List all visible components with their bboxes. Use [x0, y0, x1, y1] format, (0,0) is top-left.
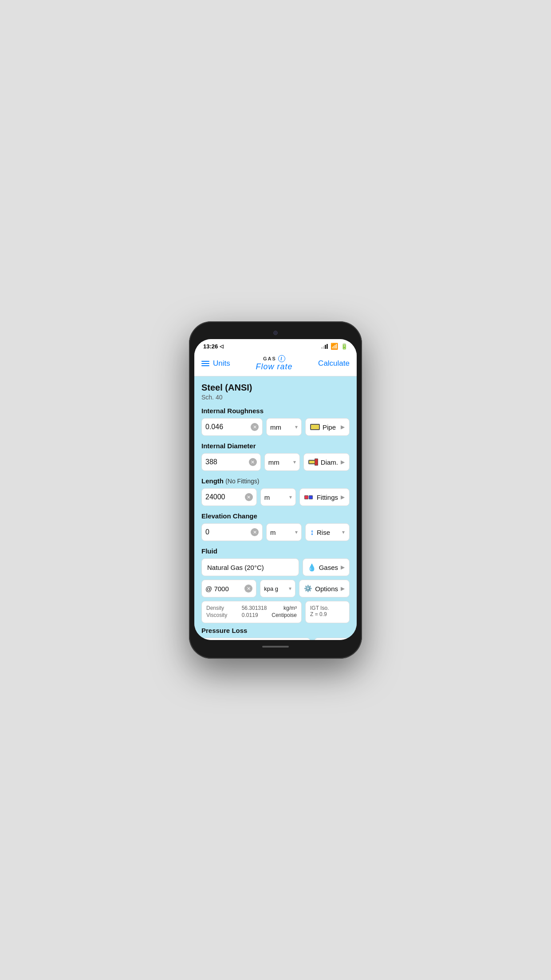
- diameter-unit-chevron: ▾: [293, 459, 296, 465]
- roughness-unit-select[interactable]: mm ▾: [266, 418, 302, 436]
- pipe-icon: [310, 424, 320, 430]
- phone-notch-area: [194, 327, 357, 339]
- pipe-title: Steel (ANSI): [201, 383, 350, 393]
- gases-button[interactable]: 💧 Gases ▶: [303, 558, 350, 576]
- phone-frame: 13:26 ◁ 📶 🔋: [189, 321, 362, 659]
- roughness-input-container[interactable]: 0.046 ✕: [201, 418, 263, 436]
- nav-left[interactable]: Units: [201, 359, 230, 368]
- elevation-row: 0 ✕ m ▾ ↕ Rise ▾: [201, 523, 350, 541]
- main-content: Steel (ANSI) Sch. 40 Internal Roughness …: [194, 376, 357, 640]
- length-unit-select[interactable]: m ▾: [260, 488, 296, 506]
- roughness-unit-chevron: ▾: [295, 424, 298, 430]
- pressure-clear-button[interactable]: ✕: [244, 585, 252, 593]
- rise-button-label: Rise: [317, 529, 339, 536]
- density-row: Density 56.301318 kg/m³: [206, 605, 297, 611]
- pressure-prefix: @ 7000: [205, 585, 244, 593]
- fluid-section: Fluid Natural Gas (20°C) 💧 Gases ▶ @ 700…: [201, 547, 350, 623]
- elevation-input-container[interactable]: 0 ✕: [201, 523, 263, 541]
- options-button[interactable]: ⚙️ Options ▶: [299, 580, 350, 597]
- battery-icon: 🔋: [341, 343, 348, 350]
- fluid-pressure-row: @ 7000 ✕ kpa g ▾ ⚙️ Options ▶: [201, 580, 350, 597]
- internal-diameter-section: Internal Diameter 388 ✕ mm ▾: [201, 442, 350, 471]
- roughness-value: 0.046: [205, 423, 251, 431]
- igt-line2: Z = 0.9: [310, 611, 345, 617]
- diam-button-chevron: ▶: [341, 459, 345, 465]
- length-input-container[interactable]: 24000 ✕: [201, 488, 257, 506]
- nav-bar: Units GAS i Flow rate Calculate: [194, 352, 357, 376]
- viscosity-value: 0.0119: [242, 612, 258, 618]
- length-label: Length (No Fittings): [201, 477, 350, 485]
- phone-bottom: [194, 640, 357, 653]
- pipe-button[interactable]: Pipe ▶: [305, 418, 350, 436]
- fluid-name-row: Natural Gas (20°C) 💧 Gases ▶: [201, 558, 350, 576]
- diameter-clear-button[interactable]: ✕: [249, 458, 257, 466]
- units-button[interactable]: Units: [213, 359, 230, 368]
- diam-button[interactable]: Diam. ▶: [303, 453, 350, 471]
- hamburger-icon[interactable]: [201, 361, 209, 366]
- rise-icon: ↕: [310, 528, 314, 537]
- phone-notch: [249, 329, 302, 336]
- viscosity-row: Viscosity 0.0119 Centipoise: [206, 612, 297, 618]
- length-sub-label-text: (No Fittings): [225, 478, 259, 485]
- gases-button-label: Gases: [319, 564, 338, 571]
- elevation-unit-select[interactable]: m ▾: [266, 523, 302, 541]
- density-unit: kg/m³: [283, 605, 297, 611]
- rise-button[interactable]: ↕ Rise ▾: [305, 523, 350, 541]
- length-clear-button[interactable]: ✕: [245, 493, 253, 501]
- density-value: 56.301318: [242, 605, 267, 611]
- igt-box: IGT Iso. Z = 0.9: [305, 601, 350, 623]
- elevation-unit: m: [270, 529, 293, 536]
- app-name-bottom-text: Flow rate: [256, 362, 292, 371]
- options-button-chevron: ▶: [341, 585, 345, 592]
- fluid-name-text: Natural Gas (20°C): [207, 564, 264, 571]
- pressure-unit-select[interactable]: kpa g ▾: [260, 580, 295, 597]
- home-indicator[interactable]: [262, 646, 289, 648]
- pressure-loss-label: Pressure Loss: [201, 627, 350, 634]
- fittings-button-label: Fittings: [317, 494, 338, 501]
- options-icon: ⚙️: [304, 585, 312, 593]
- fittings-button[interactable]: Fittings ▶: [299, 488, 350, 506]
- status-bar: 13:26 ◁ 📶 🔋: [194, 339, 357, 352]
- internal-diameter-label: Internal Diameter: [201, 442, 350, 450]
- viscosity-unit: Centipoise: [272, 612, 297, 618]
- pressure-unit-chevron: ▾: [289, 585, 291, 592]
- gases-button-chevron: ▶: [341, 564, 345, 570]
- info-button[interactable]: i: [278, 355, 285, 362]
- roughness-unit: mm: [270, 423, 293, 431]
- elevation-label: Elevation Change: [201, 512, 350, 520]
- diameter-unit: mm: [268, 458, 291, 466]
- pipe-button-chevron: ▶: [341, 424, 345, 430]
- app-logo-top: GAS i: [263, 355, 285, 362]
- fluid-info-row: Density 56.301318 kg/m³ Viscosity 0.0119…: [201, 601, 350, 623]
- fittings-icon: [304, 494, 314, 501]
- length-section: Length (No Fittings) 24000 ✕ m ▾: [201, 477, 350, 506]
- elevation-value: 0: [205, 528, 251, 536]
- calculate-nav-button[interactable]: Calculate: [318, 359, 350, 368]
- length-value: 24000: [205, 493, 245, 501]
- phone-camera: [273, 331, 278, 335]
- gases-icon: 💧: [307, 563, 316, 572]
- length-label-text: Length: [201, 477, 224, 485]
- pipe-info-block: Steel (ANSI) Sch. 40: [201, 383, 350, 401]
- internal-diameter-row: 388 ✕ mm ▾ Diam. ▶: [201, 453, 350, 471]
- phone-screen: 13:26 ◁ 📶 🔋: [194, 339, 357, 640]
- elevation-unit-chevron: ▾: [295, 529, 298, 535]
- fluid-name-container[interactable]: Natural Gas (20°C): [201, 558, 299, 576]
- diameter-input-container[interactable]: 388 ✕: [201, 453, 261, 471]
- pressure-unit: kpa g: [264, 585, 287, 592]
- fluid-info-box: Density 56.301318 kg/m³ Viscosity 0.0119…: [201, 601, 302, 623]
- status-icons: 📶 🔋: [321, 343, 348, 350]
- diameter-unit-select[interactable]: mm ▾: [264, 453, 300, 471]
- elevation-clear-button[interactable]: ✕: [251, 528, 259, 536]
- length-unit-chevron: ▾: [289, 494, 292, 500]
- pipe-subtitle: Sch. 40: [201, 394, 350, 401]
- igt-line1: IGT Iso.: [310, 605, 345, 611]
- length-row: 24000 ✕ m ▾ Fittings ▶: [201, 488, 350, 506]
- diameter-value: 388: [205, 458, 249, 466]
- elevation-section: Elevation Change 0 ✕ m ▾ ↕ Rise ▾: [201, 512, 350, 541]
- fluid-label: Fluid: [201, 547, 350, 555]
- length-unit: m: [264, 494, 287, 501]
- wifi-icon: 📶: [331, 343, 338, 350]
- pressure-input-container[interactable]: @ 7000 ✕: [201, 580, 256, 597]
- roughness-clear-button[interactable]: ✕: [251, 423, 259, 431]
